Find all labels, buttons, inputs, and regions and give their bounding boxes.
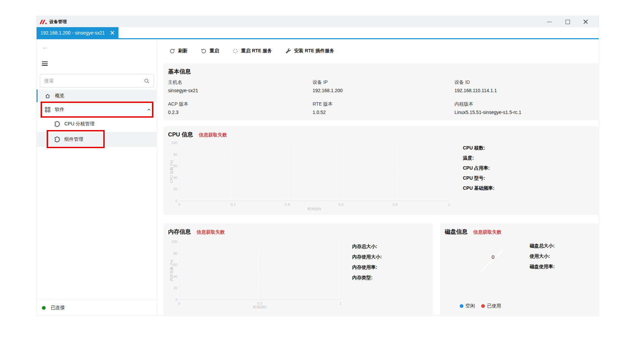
basic-info-panel: 基本信息 主机名sinsegye-sx21 设备 IP192.168.1.200…: [163, 63, 599, 120]
stat-disk-used: 使用大小:: [530, 251, 555, 261]
memory-stats: 内存总大小: 内存使用大小: 内存使用率: 内存类型:: [352, 241, 382, 283]
cpu-info-panel: CPU 信息 信息获取失败 100 80 60 40: [163, 126, 599, 215]
title-bar: 设备管理: [37, 16, 599, 27]
stat-cpu-cores: CPU 核数:: [463, 143, 494, 153]
svg-text:0: 0: [175, 298, 177, 302]
svg-text:40: 40: [173, 176, 177, 180]
legend-used: 已使用: [481, 303, 501, 309]
minimize-icon[interactable]: [547, 19, 552, 24]
search-input[interactable]: [44, 78, 144, 83]
restart-rte-service-button[interactable]: 重启 RTE 服务: [232, 48, 272, 54]
toolbar: 刷新 重启 重启 RTE 服务 安装 RTE 插件服务: [169, 45, 334, 57]
device-tab[interactable]: 192.168.1.200 - sinsegye-sx21: [37, 27, 118, 38]
stat-temperature: 温度:: [463, 153, 494, 163]
puzzle-icon: [54, 136, 60, 142]
svg-text:时间(秒): 时间(秒): [253, 305, 266, 309]
info-field-device-id: 设备 ID192.168.110.114.1.1: [454, 79, 521, 93]
chevron-up-icon[interactable]: [147, 107, 151, 112]
sidebar-item-software[interactable]: 软件: [37, 103, 157, 116]
tab-close-icon[interactable]: [110, 31, 114, 35]
app-window: 设备管理 192.168.1.200 - sinsegye-sx21 ←: [36, 16, 599, 316]
back-arrow-icon[interactable]: ←: [42, 43, 49, 51]
wrench-icon: [285, 48, 291, 54]
spinner-icon: [232, 48, 238, 54]
svg-text:60: 60: [173, 164, 177, 168]
install-rte-plugin-button[interactable]: 安装 RTE 插件服务: [285, 48, 334, 54]
disk-stats: 磁盘总大小: 使用大小: 磁盘使用率:: [530, 241, 555, 272]
stat-mem-type: 内存类型:: [352, 273, 382, 283]
device-tab-label: 192.168.1.200 - sinsegye-sx21: [41, 30, 105, 36]
basic-info-grid: 主机名sinsegye-sx21 设备 IP192.168.1.200 设备 I…: [168, 79, 521, 115]
sidebar-item-cpu-core-management[interactable]: CPU 分核管理: [37, 118, 157, 130]
status-dot-icon: [42, 306, 46, 310]
disk-usage-gauge: 0: [474, 243, 517, 280]
restart-label: 重启: [210, 48, 219, 54]
restart-rte-label: 重启 RTE 服务: [241, 48, 272, 54]
svg-text:60: 60: [173, 263, 177, 267]
status-label: 已连接: [51, 305, 65, 311]
sidebar-item-label: 软件: [55, 107, 64, 113]
svg-text:80: 80: [173, 153, 177, 157]
install-rte-label: 安装 RTE 插件服务: [294, 48, 334, 54]
stat-mem-total: 内存总大小:: [352, 241, 382, 252]
stat-cpu-usage: CPU 占用率:: [463, 163, 494, 173]
disk-info-panel: 磁盘信息 信息获取失败 0 磁盘总大小: 使用大小: 磁盘使用率: 空闲: [440, 223, 599, 316]
puzzle-icon: [54, 121, 60, 127]
svg-text:1: 1: [448, 202, 450, 206]
stat-mem-usage: 内存使用率:: [352, 262, 382, 273]
app-logo-icon: [41, 19, 47, 24]
sidebar: ← 概览 软件: [37, 39, 157, 316]
maximize-icon[interactable]: [565, 19, 570, 24]
disk-legend: 空闲 已使用: [460, 303, 501, 309]
disk-panel-title: 磁盘信息: [445, 228, 468, 236]
sidebar-item-component-management[interactable]: 组件管理: [37, 132, 157, 147]
memory-load-chart: 100 80 60 40 20 0 0 0.5 1 时间(秒) 内存负载 (%): [170, 238, 351, 310]
memory-panel-title: 内存信息: [168, 228, 191, 236]
svg-text:1: 1: [339, 301, 341, 305]
info-field-hostname: 主机名sinsegye-sx21: [168, 79, 313, 93]
hamburger-menu-icon[interactable]: [42, 61, 48, 66]
svg-text:0: 0: [175, 199, 177, 203]
refresh-icon: [169, 48, 175, 54]
cpu-stats: CPU 核数: 温度: CPU 占用率: CPU 型号: CPU 基础频率:: [463, 143, 494, 193]
svg-text:时间(秒): 时间(秒): [308, 207, 321, 211]
restart-icon: [201, 48, 207, 54]
stat-mem-used: 内存使用大小:: [352, 252, 382, 262]
info-field-rte-version: RTE 版本1.0.52: [313, 101, 454, 115]
svg-text:80: 80: [173, 251, 177, 255]
stat-cpu-base-freq: CPU 基础频率:: [463, 183, 494, 193]
info-field-acp-version: ACP 版本0.2.3: [168, 101, 313, 115]
tab-bar: 192.168.1.200 - sinsegye-sx21: [37, 27, 599, 38]
svg-text:0: 0: [178, 202, 180, 206]
info-field-kernel-version: 内核版本Linux5.15.51-sinsegye-s1.5-rc.1: [454, 101, 521, 115]
connection-status: 已连接: [42, 305, 65, 311]
memory-error-text: 信息获取失败: [197, 229, 225, 235]
svg-text:CPU 负载 (%): CPU 负载 (%): [170, 160, 173, 183]
restart-button[interactable]: 重启: [201, 48, 219, 54]
cpu-error-text: 信息获取失败: [199, 132, 227, 138]
sidebar-item-label: 组件管理: [64, 136, 83, 142]
svg-text:内存负载 (%): 内存负载 (%): [170, 260, 173, 281]
svg-text:0.4: 0.4: [284, 202, 289, 206]
legend-free-dot-icon: [460, 304, 464, 308]
cpu-panel-title: CPU 信息: [168, 131, 193, 138]
stat-disk-usage: 磁盘使用率:: [530, 261, 555, 272]
close-icon[interactable]: [583, 19, 588, 24]
svg-text:0: 0: [492, 254, 494, 260]
search-box: [40, 74, 154, 87]
window-title: 设备管理: [49, 19, 67, 25]
divider: [37, 300, 157, 300]
refresh-button[interactable]: 刷新: [169, 48, 187, 54]
grid-icon: [45, 107, 51, 113]
svg-text:40: 40: [173, 275, 177, 279]
home-icon: [45, 93, 51, 99]
disk-error-text: 信息获取失败: [473, 229, 501, 235]
svg-text:100: 100: [171, 240, 177, 244]
memory-info-panel: 内存信息 信息获取失败 100 80 60 40: [163, 223, 433, 316]
legend-free: 空闲: [460, 303, 475, 309]
sidebar-item-label: CPU 分核管理: [64, 121, 94, 127]
main-area: 刷新 重启 重启 RTE 服务 安装 RTE 插件服务 基本信息: [158, 39, 599, 316]
info-field-device-ip: 设备 IP192.168.1.200: [313, 79, 454, 93]
search-icon[interactable]: [144, 78, 150, 84]
sidebar-item-overview[interactable]: 概览: [37, 89, 157, 102]
